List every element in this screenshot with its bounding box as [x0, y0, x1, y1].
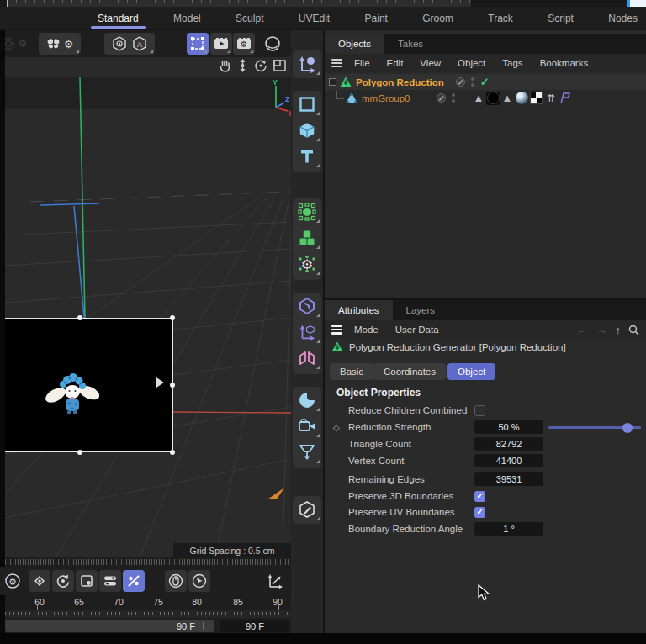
- polygon-selection-tag-icon[interactable]: ▲: [472, 91, 486, 105]
- image-plane-preview[interactable]: [5, 318, 173, 452]
- object-label[interactable]: mmGroup0: [362, 93, 410, 103]
- record-keyframe-button[interactable]: [29, 570, 50, 592]
- tree-row-mmgroup0[interactable]: mmGroup0 ▲ ▲ ⇈: [325, 90, 646, 106]
- preserve-uv-checkbox[interactable]: [474, 507, 485, 518]
- layout-tab-groom[interactable]: Groom: [419, 8, 457, 29]
- maximize-view-icon[interactable]: [273, 60, 286, 71]
- tab-object[interactable]: Object: [447, 363, 495, 380]
- keyframe-diamond-icon[interactable]: ◇: [333, 423, 340, 432]
- record-pointer-button[interactable]: [188, 570, 210, 592]
- menu-bookmarks[interactable]: Bookmarks: [532, 58, 597, 68]
- layout-tab-paint[interactable]: Paint: [362, 8, 391, 29]
- cube-primitive-button[interactable]: [293, 117, 321, 143]
- modeling-axis-button-group[interactable]: A: [104, 33, 155, 55]
- plane-handle-top-right[interactable]: [170, 315, 175, 320]
- plane-handle-bottom[interactable]: [77, 450, 82, 455]
- menu-view[interactable]: View: [411, 58, 449, 68]
- history-back-icon[interactable]: ←: [573, 324, 592, 336]
- search-icon[interactable]: [625, 325, 646, 335]
- layout-tab-model[interactable]: Model: [170, 8, 204, 29]
- timeline-grip[interactable]: [5, 559, 289, 565]
- tab-basic[interactable]: Basic: [330, 363, 373, 380]
- plane-handle-bottom-right[interactable]: [170, 450, 175, 455]
- material-tag-icon[interactable]: [515, 91, 529, 105]
- camera-button[interactable]: [293, 413, 321, 439]
- render-view-region-button[interactable]: [187, 33, 209, 55]
- render-settings-button[interactable]: ⚙: [233, 33, 255, 55]
- phong-tag-icon[interactable]: [558, 91, 572, 105]
- remaining-edges-field[interactable]: 39531: [474, 472, 543, 486]
- preserve-3d-checkbox[interactable]: [474, 491, 485, 502]
- generator-check-icon[interactable]: ✓: [480, 76, 490, 88]
- material-manager-button[interactable]: [259, 33, 286, 55]
- reduce-children-checkbox[interactable]: [474, 405, 485, 416]
- hamburger-icon[interactable]: [331, 325, 342, 335]
- field-button[interactable]: [293, 293, 321, 319]
- symmetry-tool-button[interactable]: ⚙: [39, 33, 81, 55]
- autokey-rotation-button[interactable]: [52, 570, 74, 592]
- plane-handle-top[interactable]: [77, 315, 82, 320]
- volume-builder-button[interactable]: [293, 224, 321, 251]
- plane-handle-right[interactable]: [170, 383, 175, 388]
- symmetry-instance-button[interactable]: [293, 345, 321, 371]
- dolly-zoom-icon[interactable]: [237, 59, 248, 72]
- enable-toggle-icon[interactable]: [437, 93, 446, 103]
- triangle-count-field[interactable]: 82792: [474, 437, 543, 451]
- slider-knob[interactable]: [622, 423, 633, 433]
- record-mouse-button[interactable]: [165, 570, 187, 592]
- sketch-tool-button[interactable]: [293, 496, 321, 522]
- layout-tab-standard[interactable]: Standard: [94, 8, 142, 29]
- menu-edit[interactable]: Edit: [379, 58, 412, 68]
- timeline-range-slider[interactable]: 90 F: [5, 620, 214, 632]
- visibility-dots-icon[interactable]: [452, 93, 455, 103]
- record-options-button[interactable]: ⚙: [2, 570, 24, 592]
- keyframe-presets-button[interactable]: [99, 570, 121, 592]
- texture-tag-icon[interactable]: [529, 91, 543, 105]
- enable-toggle-icon[interactable]: [456, 77, 465, 87]
- timeline-ticks[interactable]: [5, 610, 291, 618]
- move-tool-button[interactable]: [293, 50, 321, 77]
- deformer-axes-button[interactable]: [293, 319, 321, 345]
- menu-object[interactable]: Object: [449, 58, 494, 68]
- layout-tab-sculpt[interactable]: Sculpt: [232, 8, 267, 29]
- spline-rectangle-button[interactable]: [293, 91, 321, 117]
- tab-layers[interactable]: Layers: [393, 300, 449, 320]
- layout-tab-track[interactable]: Track: [484, 8, 516, 29]
- timeline-mode-button[interactable]: [264, 570, 286, 592]
- collapse-toggle-icon[interactable]: [329, 78, 336, 86]
- hamburger-icon[interactable]: [331, 59, 342, 67]
- autokey-disabled-button[interactable]: [123, 570, 145, 592]
- boundary-angle-field[interactable]: 1 °: [474, 522, 543, 536]
- cloner-button[interactable]: [293, 198, 321, 224]
- reduction-strength-field[interactable]: 50 %: [474, 420, 543, 434]
- vertex-count-field[interactable]: 41400: [474, 454, 543, 467]
- tree-row-polygon-reduction[interactable]: Polygon Reduction ✓: [325, 74, 646, 90]
- display-tag-icon[interactable]: [486, 91, 500, 105]
- tab-takes[interactable]: Takes: [384, 34, 437, 54]
- object-label[interactable]: Polygon Reduction: [356, 77, 444, 87]
- pan-hand-icon[interactable]: [219, 59, 231, 72]
- reduction-strength-slider[interactable]: [548, 419, 643, 435]
- layout-tab-uvedit[interactable]: UVEdit: [295, 8, 333, 29]
- visibility-dots-icon[interactable]: [471, 77, 474, 87]
- tab-coordinates[interactable]: Coordinates: [373, 363, 446, 380]
- tab-attributes[interactable]: Attributes: [325, 300, 393, 320]
- parent-up-icon[interactable]: ↑: [612, 324, 626, 336]
- orbit-rotate-icon[interactable]: [254, 59, 267, 72]
- range-grip-icon[interactable]: [203, 622, 209, 630]
- timeline-ruler[interactable]: 60 65 70 75 80 85 90: [5, 597, 291, 607]
- phong-selection-tag-icon[interactable]: ▲: [500, 91, 515, 105]
- stage-button[interactable]: [293, 439, 321, 465]
- tab-objects[interactable]: Objects: [325, 34, 384, 54]
- end-frame-field[interactable]: 90 F: [220, 620, 289, 632]
- layout-tab-script[interactable]: Script: [544, 8, 577, 29]
- menu-user-data[interactable]: User Data: [387, 325, 447, 335]
- volume-mesher-button[interactable]: [293, 387, 321, 413]
- simulation-gear-button[interactable]: ⚙: [293, 251, 321, 277]
- menu-tags[interactable]: Tags: [494, 58, 531, 68]
- viewport[interactable]: Y Z X: [5, 57, 291, 557]
- menu-file[interactable]: File: [346, 58, 379, 68]
- normals-tag-icon[interactable]: ⇈: [543, 91, 558, 105]
- motext-button[interactable]: [293, 143, 321, 169]
- layout-tab-nodes[interactable]: Nodes: [605, 8, 641, 29]
